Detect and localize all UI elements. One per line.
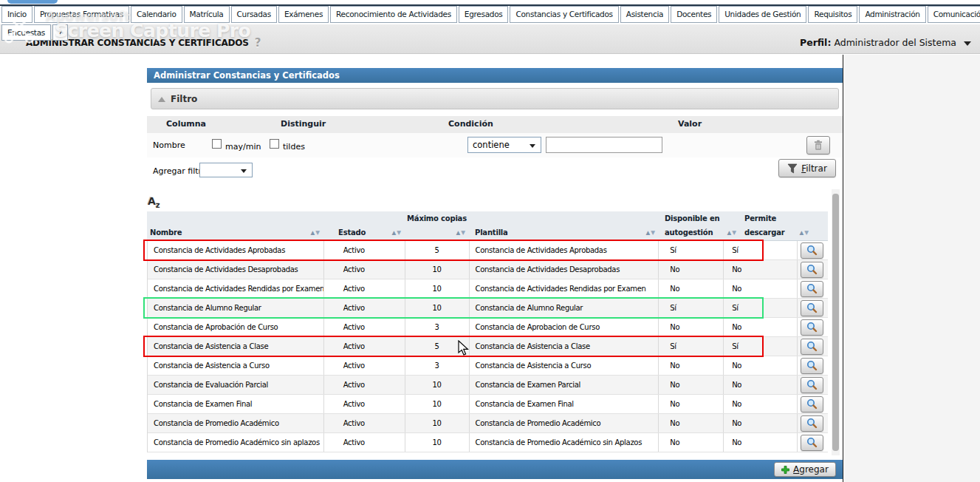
cell-actions [798,433,828,452]
view-detail-button[interactable] [801,281,823,297]
nav-tab[interactable]: Propuestas Formativas [34,6,129,23]
cell-plantilla: Constancia de Asistencia a Curso [470,356,659,375]
cell-nombre: Constancia de Alumno Regular [148,299,324,317]
cell-plantilla: Constancia de Actividades Rendidas por E… [470,279,659,298]
view-detail-button[interactable] [801,262,823,278]
nav-tab[interactable]: Docentes [671,6,717,23]
cell-maximo-copias: 10 [405,299,470,317]
nav-tab[interactable]: Requisitos [808,6,857,23]
cell-maximo-copias: 10 [405,433,470,452]
cell-disponible: No [659,318,724,336]
view-detail-button[interactable] [801,300,823,316]
nav-tab[interactable]: Egresados [459,6,509,23]
panel-footer-bar: Agregar [147,460,843,479]
maymin-checkbox[interactable] [212,139,222,149]
nav-tab[interactable]: Constancias y Certificados [510,6,618,23]
scrollbar-thumb[interactable] [832,194,839,451]
add-button[interactable]: Agregar [774,462,836,477]
table-body: Constancia de Actividades Aprobadas Acti… [147,241,828,452]
view-detail-button[interactable] [801,435,823,451]
cell-permite-descargar: No [724,318,798,336]
view-detail-button[interactable] [801,339,823,355]
cell-maximo-copias: 5 [405,241,470,259]
view-detail-button[interactable] [801,396,823,413]
remove-filter-button[interactable] [806,136,830,155]
nav-tab[interactable]: Exámenes [278,6,329,23]
cell-maximo-copias: 10 [405,395,470,413]
column-header-nombre[interactable]: Nombre ▲▼ [147,211,323,240]
column-header-estado[interactable]: Estado ▲▼ [323,211,405,240]
filter-button[interactable]: Filtrar [778,159,836,177]
sort-arrows[interactable]: ▲▼ [645,229,656,236]
cell-permite-descargar: No [724,376,798,394]
cell-nombre: Constancia de Examen Final [148,395,324,413]
cell-plantilla: Constancia de Examen Final [470,395,659,413]
filter-header-distinguir: Distinguir [281,119,326,129]
sort-arrows[interactable]: ▲▼ [456,229,466,236]
cell-actions [798,414,828,432]
condition-select[interactable]: contiene [467,137,541,153]
funnel-icon [787,163,798,174]
sort-desc-icon[interactable]: ▼ [461,229,466,236]
cell-estado: Activo [324,395,405,413]
nav-tab[interactable]: Reconocimiento de Actividades [330,6,457,23]
table-row: Constancia de Promedio Académico sin apl… [148,433,828,452]
cell-plantilla: Constancia de Promedio Académico [470,414,659,432]
view-detail-button[interactable] [801,415,823,432]
nav-tab[interactable]: Inicio [1,6,32,23]
filter-value-input[interactable] [546,137,662,153]
nav-tab[interactable]: Administración [859,6,925,23]
profile-menu[interactable]: Perfil: Administrador del Sistema [800,37,971,48]
nav-tab[interactable]: Encuestas [1,24,51,41]
tildes-checkbox[interactable] [270,139,279,149]
table-row: Constancia de Evaluación Parcial Activo … [148,376,828,395]
nav-tab[interactable]: Comunicación [928,6,980,23]
filter-header-columna: Columna [166,119,206,129]
add-filter-select[interactable] [199,163,253,177]
cell-nombre: Constancia de Promedio Académico [148,414,324,432]
help-icon[interactable]: ? [255,36,261,50]
nav-tab[interactable]: Unidades de Gestión [719,6,806,23]
cell-maximo-copias: 10 [405,376,470,394]
view-detail-button[interactable] [801,358,823,374]
magnifier-icon [806,302,818,313]
magnifier-icon [806,245,818,256]
cell-estado: Activo [324,299,405,317]
filter-section-toggle[interactable]: Filtro [151,88,839,109]
view-detail-button[interactable] [801,319,823,336]
column-header-permite-descargar[interactable]: Permite descargar ▲▼ [724,211,798,240]
outside-page-area [843,55,980,482]
nav-tab[interactable]: ? [52,24,68,41]
filter-column-headers: Columna Distinguir Condición Valor [147,116,843,133]
nav-tab[interactable]: Matrícula [184,6,230,23]
sort-desc-icon[interactable]: ▼ [397,229,402,236]
alphabetical-sort-icon[interactable] [148,194,160,209]
nav-tab[interactable]: Cursadas [231,6,277,23]
column-header-plantilla[interactable]: Plantilla ▲▼ [469,211,659,240]
cell-disponible: Sí [659,241,724,259]
sort-arrows[interactable]: ▲▼ [310,229,321,236]
cell-nombre: Constancia de Asistencia a Curso [148,356,324,375]
plus-icon [781,466,789,474]
view-detail-button[interactable] [801,242,823,259]
nav-tab[interactable]: Asistencia [620,6,669,23]
column-header-maximo-copias[interactable]: Máximo copias ▲▼ [405,211,469,240]
cell-estado: Activo [324,337,405,356]
vertical-scrollbar[interactable] [832,189,840,455]
sort-desc-icon[interactable]: ▼ [315,229,321,236]
column-header-disponible-autogestion[interactable]: Disponible en autogestión ▲▼ [659,211,724,240]
column-label: Permite [744,214,776,223]
cell-disponible: Sí [659,337,724,356]
view-detail-button[interactable] [801,377,823,393]
table-row: Constancia de Alumno Regular Activo 10 C… [148,299,828,318]
cell-plantilla: Constancia de Aprobacion de Curso [470,318,659,336]
table-row: Constancia de Aprobación de Curso Activo… [148,318,828,337]
secondary-tab-bar: Encuestas? [1,24,69,41]
sort-desc-icon[interactable]: ▼ [651,229,656,236]
magnifier-icon [806,398,818,410]
nav-tab[interactable]: Calendario [131,6,182,23]
sort-arrows[interactable]: ▲▼ [391,229,402,236]
cell-actions [798,241,828,259]
magnifier-icon [806,341,818,352]
cell-permite-descargar: No [724,395,798,413]
